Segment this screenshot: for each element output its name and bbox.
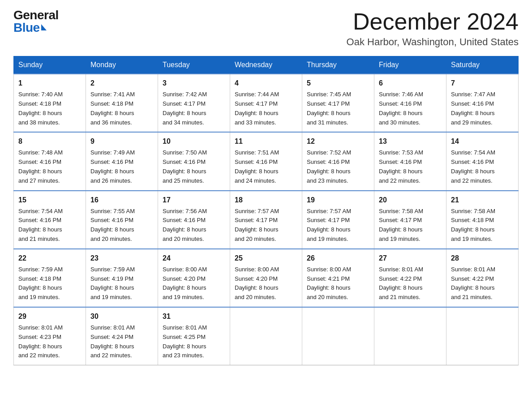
day-number: 9 — [90, 136, 153, 147]
day-info: Sunrise: 8:01 AMSunset: 4:25 PMDaylight:… — [163, 324, 207, 359]
week-row-3: 15 Sunrise: 7:54 AMSunset: 4:16 PMDaylig… — [14, 191, 519, 249]
calendar-cell: 27 Sunrise: 8:01 AMSunset: 4:22 PMDaylig… — [374, 249, 446, 307]
day-number: 2 — [90, 78, 153, 89]
week-row-4: 22 Sunrise: 7:59 AMSunset: 4:18 PMDaylig… — [14, 249, 519, 307]
calendar-cell: 31 Sunrise: 8:01 AMSunset: 4:25 PMDaylig… — [158, 307, 230, 365]
calendar-cell: 25 Sunrise: 8:00 AMSunset: 4:20 PMDaylig… — [230, 249, 302, 307]
calendar-cell: 29 Sunrise: 8:01 AMSunset: 4:23 PMDaylig… — [14, 307, 86, 365]
day-info: Sunrise: 7:45 AMSunset: 4:17 PMDaylight:… — [307, 91, 351, 125]
day-info: Sunrise: 8:01 AMSunset: 4:23 PMDaylight:… — [18, 324, 63, 359]
calendar-cell: 24 Sunrise: 8:00 AMSunset: 4:20 PMDaylig… — [158, 249, 230, 307]
day-number: 26 — [307, 253, 369, 264]
calendar-cell: 19 Sunrise: 7:57 AMSunset: 4:17 PMDaylig… — [302, 191, 374, 249]
day-info: Sunrise: 7:41 AMSunset: 4:18 PMDaylight:… — [90, 91, 135, 125]
day-number: 10 — [163, 136, 225, 147]
day-number: 16 — [90, 195, 153, 206]
calendar-cell: 8 Sunrise: 7:48 AMSunset: 4:16 PMDayligh… — [14, 132, 86, 190]
month-title: December 2024 — [347, 9, 519, 34]
day-number: 20 — [379, 195, 442, 206]
day-info: Sunrise: 7:56 AMSunset: 4:16 PMDaylight:… — [163, 208, 207, 242]
day-info: Sunrise: 7:46 AMSunset: 4:16 PMDaylight:… — [379, 91, 423, 125]
day-number: 4 — [235, 78, 297, 89]
day-info: Sunrise: 8:01 AMSunset: 4:22 PMDaylight:… — [379, 266, 423, 300]
day-number: 17 — [163, 195, 225, 206]
calendar-cell: 6 Sunrise: 7:46 AMSunset: 4:16 PMDayligh… — [374, 74, 446, 132]
day-number: 22 — [18, 253, 81, 264]
calendar-cell: 1 Sunrise: 7:40 AMSunset: 4:18 PMDayligh… — [14, 74, 86, 132]
day-info: Sunrise: 7:58 AMSunset: 4:18 PMDaylight:… — [451, 208, 495, 242]
day-info: Sunrise: 7:55 AMSunset: 4:16 PMDaylight:… — [90, 208, 135, 242]
column-header-tuesday: Tuesday — [158, 56, 230, 74]
day-info: Sunrise: 7:59 AMSunset: 4:19 PMDaylight:… — [90, 266, 135, 300]
day-info: Sunrise: 7:50 AMSunset: 4:16 PMDaylight:… — [163, 149, 207, 184]
day-info: Sunrise: 7:52 AMSunset: 4:16 PMDaylight:… — [307, 149, 351, 184]
day-info: Sunrise: 7:49 AMSunset: 4:16 PMDaylight:… — [90, 149, 135, 184]
day-number: 19 — [307, 195, 369, 206]
day-number: 5 — [307, 78, 369, 89]
day-info: Sunrise: 7:44 AMSunset: 4:17 PMDaylight:… — [235, 91, 279, 125]
calendar-cell: 9 Sunrise: 7:49 AMSunset: 4:16 PMDayligh… — [86, 132, 158, 190]
day-info: Sunrise: 7:57 AMSunset: 4:17 PMDaylight:… — [307, 208, 351, 242]
calendar-cell: 11 Sunrise: 7:51 AMSunset: 4:16 PMDaylig… — [230, 132, 302, 190]
calendar-cell — [446, 307, 519, 365]
day-info: Sunrise: 7:48 AMSunset: 4:16 PMDaylight:… — [18, 149, 63, 184]
calendar-cell: 16 Sunrise: 7:55 AMSunset: 4:16 PMDaylig… — [86, 191, 158, 249]
day-number: 25 — [235, 253, 297, 264]
day-info: Sunrise: 7:57 AMSunset: 4:17 PMDaylight:… — [235, 208, 279, 242]
column-header-thursday: Thursday — [302, 56, 374, 74]
day-number: 12 — [307, 136, 369, 147]
day-number: 27 — [379, 253, 442, 264]
calendar-cell: 20 Sunrise: 7:58 AMSunset: 4:17 PMDaylig… — [374, 191, 446, 249]
week-row-2: 8 Sunrise: 7:48 AMSunset: 4:16 PMDayligh… — [14, 132, 519, 190]
calendar-table: SundayMondayTuesdayWednesdayThursdayFrid… — [13, 56, 519, 365]
calendar-cell: 12 Sunrise: 7:52 AMSunset: 4:16 PMDaylig… — [302, 132, 374, 190]
day-number: 28 — [451, 253, 514, 264]
day-info: Sunrise: 7:54 AMSunset: 4:16 PMDaylight:… — [451, 149, 495, 184]
calendar-cell — [230, 307, 302, 365]
day-number: 23 — [90, 253, 153, 264]
logo: General Blue — [13, 9, 59, 34]
day-info: Sunrise: 8:01 AMSunset: 4:24 PMDaylight:… — [90, 324, 135, 359]
week-row-5: 29 Sunrise: 8:01 AMSunset: 4:23 PMDaylig… — [14, 307, 519, 365]
day-info: Sunrise: 7:59 AMSunset: 4:18 PMDaylight:… — [18, 266, 63, 300]
week-row-1: 1 Sunrise: 7:40 AMSunset: 4:18 PMDayligh… — [14, 74, 519, 132]
calendar-cell: 5 Sunrise: 7:45 AMSunset: 4:17 PMDayligh… — [302, 74, 374, 132]
day-number: 1 — [18, 78, 81, 89]
day-info: Sunrise: 8:00 AMSunset: 4:21 PMDaylight:… — [307, 266, 351, 300]
day-info: Sunrise: 7:53 AMSunset: 4:16 PMDaylight:… — [379, 149, 423, 184]
column-header-sunday: Sunday — [14, 56, 86, 74]
day-number: 14 — [451, 136, 514, 147]
day-info: Sunrise: 8:01 AMSunset: 4:22 PMDaylight:… — [451, 266, 495, 300]
calendar-header-row: SundayMondayTuesdayWednesdayThursdayFrid… — [14, 56, 519, 74]
logo-general-text: General — [13, 9, 59, 21]
day-info: Sunrise: 7:54 AMSunset: 4:16 PMDaylight:… — [18, 208, 63, 242]
calendar-cell: 4 Sunrise: 7:44 AMSunset: 4:17 PMDayligh… — [230, 74, 302, 132]
day-info: Sunrise: 7:42 AMSunset: 4:17 PMDaylight:… — [163, 91, 207, 125]
day-number: 15 — [18, 195, 81, 206]
column-header-monday: Monday — [86, 56, 158, 74]
location-title: Oak Harbor, Washington, United States — [347, 36, 519, 48]
calendar-cell: 15 Sunrise: 7:54 AMSunset: 4:16 PMDaylig… — [14, 191, 86, 249]
day-number: 7 — [451, 78, 514, 89]
column-header-friday: Friday — [374, 56, 446, 74]
calendar-cell: 22 Sunrise: 7:59 AMSunset: 4:18 PMDaylig… — [14, 249, 86, 307]
day-number: 24 — [163, 253, 225, 264]
day-number: 21 — [451, 195, 514, 206]
day-info: Sunrise: 8:00 AMSunset: 4:20 PMDaylight:… — [163, 266, 207, 300]
day-info: Sunrise: 7:51 AMSunset: 4:16 PMDaylight:… — [235, 149, 279, 184]
calendar-cell: 30 Sunrise: 8:01 AMSunset: 4:24 PMDaylig… — [86, 307, 158, 365]
calendar-cell: 18 Sunrise: 7:57 AMSunset: 4:17 PMDaylig… — [230, 191, 302, 249]
day-info: Sunrise: 8:00 AMSunset: 4:20 PMDaylight:… — [235, 266, 279, 300]
day-number: 13 — [379, 136, 442, 147]
day-number: 18 — [235, 195, 297, 206]
calendar-cell: 13 Sunrise: 7:53 AMSunset: 4:16 PMDaylig… — [374, 132, 446, 190]
calendar-cell: 2 Sunrise: 7:41 AMSunset: 4:18 PMDayligh… — [86, 74, 158, 132]
day-info: Sunrise: 7:58 AMSunset: 4:17 PMDaylight:… — [379, 208, 423, 242]
day-number: 29 — [18, 311, 81, 322]
calendar-cell: 17 Sunrise: 7:56 AMSunset: 4:16 PMDaylig… — [158, 191, 230, 249]
calendar-cell: 3 Sunrise: 7:42 AMSunset: 4:17 PMDayligh… — [158, 74, 230, 132]
day-number: 31 — [163, 311, 225, 322]
calendar-cell: 26 Sunrise: 8:00 AMSunset: 4:21 PMDaylig… — [302, 249, 374, 307]
calendar-cell — [374, 307, 446, 365]
day-info: Sunrise: 7:47 AMSunset: 4:16 PMDaylight:… — [451, 91, 495, 125]
